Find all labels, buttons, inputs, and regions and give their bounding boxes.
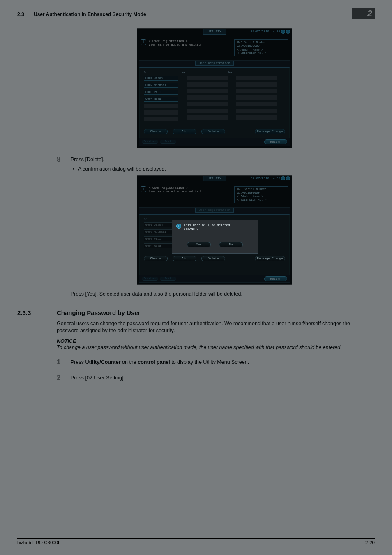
mc-serial: M/C Serial Number A1DV011000000 bbox=[237, 187, 286, 195]
user-item[interactable]: 0002 Michael bbox=[144, 83, 178, 88]
empty-slot bbox=[187, 109, 228, 113]
arrow-icon: ➔ bbox=[71, 166, 75, 172]
empty-slot bbox=[144, 104, 178, 108]
txt: Press bbox=[71, 359, 85, 365]
package-change-button: Package Change bbox=[255, 256, 285, 261]
machine-info-box: M/C Serial Number A1DV011000000 < Admin.… bbox=[234, 39, 288, 56]
mc-ext: < Extension No. > ----- bbox=[237, 198, 286, 202]
header-title: User Authentication in Enhanced Security… bbox=[34, 12, 375, 17]
screenshot-user-registration: UTILITY 07/07/2010 14:08 i < User Regist… bbox=[137, 28, 292, 148]
page-header: 2.3 User Authentication in Enhanced Secu… bbox=[17, 12, 375, 19]
yes-button[interactable]: Yes bbox=[187, 242, 211, 247]
return-button[interactable]: Return bbox=[264, 276, 287, 281]
page-footer: bizhub PRO C6000L 2-20 bbox=[17, 538, 375, 545]
step-number: 1 bbox=[57, 358, 71, 366]
accessibility-icon[interactable] bbox=[286, 176, 290, 180]
step-text: Press [02 User Setting]. bbox=[71, 374, 125, 382]
col-no-1: No. bbox=[144, 71, 182, 74]
info-text: < User Registration > User can be added … bbox=[149, 39, 201, 56]
utility-tab: UTILITY bbox=[203, 29, 226, 35]
column-headers: No. No. No. bbox=[144, 71, 285, 74]
empty-slot bbox=[144, 117, 178, 121]
utility-tab: UTILITY bbox=[203, 176, 226, 181]
mc-ext: < Extension No. > ----- bbox=[237, 51, 286, 55]
change-button[interactable]: Change bbox=[144, 129, 168, 134]
user-item[interactable]: 0004 Rosa bbox=[144, 97, 178, 102]
next-button: Next bbox=[160, 277, 176, 281]
empty-slot bbox=[187, 89, 228, 93]
footer-product: bizhub PRO C6000L bbox=[17, 540, 60, 545]
notice-body: To change a user password without user a… bbox=[57, 344, 372, 351]
txt: to display the Utility Menu Screen. bbox=[170, 359, 249, 365]
section-heading: 2.3.3 Changing Password by User bbox=[17, 309, 372, 316]
step-number: 8 bbox=[57, 155, 71, 164]
notice-heading: NOTICE bbox=[57, 338, 372, 344]
return-button[interactable]: Return bbox=[264, 139, 287, 144]
empty-slot bbox=[236, 89, 277, 93]
step-number: 2 bbox=[57, 374, 71, 382]
step-1: 1 Press Utility/Counter on the control p… bbox=[57, 358, 372, 366]
datetime-label: 07/07/2010 14:08 bbox=[251, 30, 280, 33]
add-button: Add bbox=[173, 256, 196, 261]
empty-slot bbox=[187, 95, 228, 100]
previous-button[interactable]: Previous bbox=[142, 140, 158, 144]
mc-serial: M/C Serial Number A1DV011000000 bbox=[237, 41, 286, 48]
add-button[interactable]: Add bbox=[173, 129, 196, 134]
user-registration-tab[interactable]: User Registration bbox=[195, 61, 234, 66]
confirm-dialog: i This user will be deleted. Yes/No ? Ye… bbox=[172, 220, 258, 254]
empty-slot bbox=[187, 82, 228, 87]
section-title: Changing Password by User bbox=[57, 309, 140, 316]
step-8: 8 Press [Delete]. bbox=[57, 155, 372, 164]
previous-button: Previous bbox=[142, 277, 158, 281]
section-number: 2.3.3 bbox=[17, 309, 57, 316]
step-2: 2 Press [02 User Setting]. bbox=[57, 374, 372, 382]
step-text: Press Utility/Counter on the control pan… bbox=[71, 358, 249, 366]
info-icon: i bbox=[141, 39, 146, 45]
empty-slot bbox=[187, 102, 228, 106]
empty-slot bbox=[187, 76, 228, 80]
info-text: < User Registration > User can be added … bbox=[149, 186, 201, 203]
empty-slot bbox=[187, 115, 228, 120]
help-icon[interactable] bbox=[281, 30, 285, 34]
footer-page: 2-20 bbox=[365, 540, 375, 545]
step-8-result: ➔ A confirmation dialog will be displaye… bbox=[71, 166, 372, 172]
change-button: Change bbox=[144, 256, 168, 261]
help-icon[interactable] bbox=[281, 176, 285, 180]
user-item[interactable]: 0003 Paul bbox=[144, 90, 178, 95]
no-button[interactable]: No bbox=[219, 242, 243, 247]
accessibility-icon[interactable] bbox=[286, 30, 290, 34]
empty-slot bbox=[236, 109, 277, 113]
empty-slot bbox=[236, 76, 277, 80]
press-yes-note: Press [Yes]. Selected user data and also… bbox=[71, 291, 372, 298]
user-item[interactable]: 0001 Jason bbox=[144, 76, 178, 81]
chapter-badge: 2 bbox=[352, 8, 375, 19]
empty-slot bbox=[236, 95, 277, 100]
empty-slot bbox=[144, 110, 178, 115]
screenshot-delete-confirm: UTILITY 07/07/2010 14:08 i < User Regist… bbox=[137, 175, 292, 285]
dialog-message: This user will be deleted. Yes/No ? bbox=[184, 224, 232, 231]
empty-slot bbox=[236, 82, 277, 87]
mc-admin: < Admin. Name > bbox=[237, 48, 286, 52]
empty-slot bbox=[236, 115, 277, 120]
mc-admin: < Admin. Name > bbox=[237, 195, 286, 199]
info-icon: i bbox=[141, 186, 146, 192]
txt: on the bbox=[121, 359, 138, 365]
user-registration-tab: User Registration bbox=[195, 208, 234, 213]
info-line2: User can be added and edited bbox=[149, 43, 201, 47]
datetime-label: 07/07/2010 14:08 bbox=[251, 177, 280, 180]
col-no-3: No. bbox=[228, 71, 234, 74]
delete-button[interactable]: Delete bbox=[201, 129, 225, 134]
bold-txt: Utility/Counter bbox=[85, 359, 120, 365]
info-line1: < User Registration > bbox=[149, 186, 201, 190]
header-section-no: 2.3 bbox=[17, 12, 26, 17]
bold-txt: control panel bbox=[138, 359, 170, 365]
section-body: General users can change the password re… bbox=[57, 320, 372, 334]
chapter-number: 2 bbox=[367, 8, 372, 19]
col-no-2: No. bbox=[182, 71, 228, 74]
package-change-button[interactable]: Package Change bbox=[255, 129, 285, 134]
empty-slot bbox=[236, 102, 277, 106]
machine-info-box: M/C Serial Number A1DV011000000 < Admin.… bbox=[234, 186, 288, 203]
next-button[interactable]: Next bbox=[160, 140, 176, 144]
delete-button: Delete bbox=[201, 256, 225, 261]
info-icon: i bbox=[176, 224, 181, 229]
